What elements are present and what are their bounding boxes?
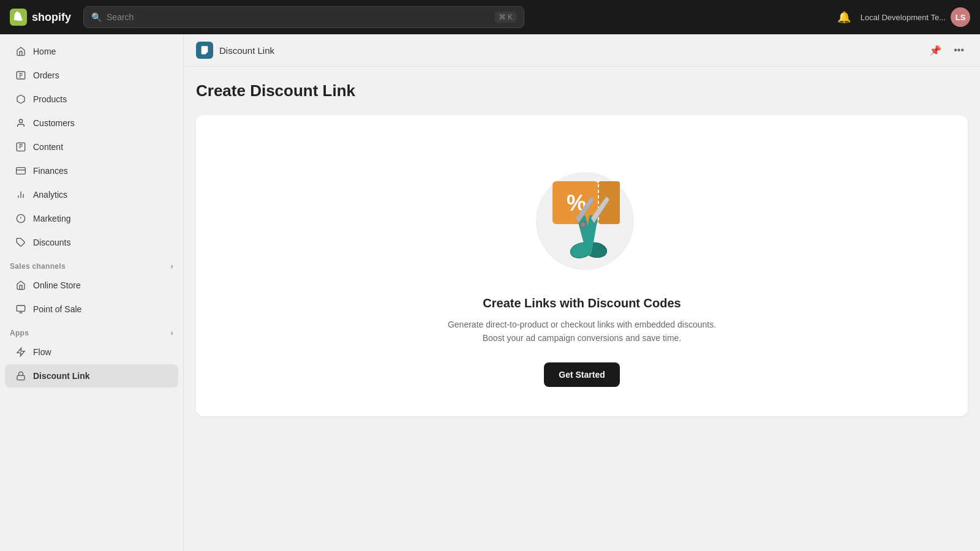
search-bar[interactable]: 🔍 ⌘ K [83, 6, 524, 28]
sidebar-item-customers[interactable]: Customers [5, 111, 178, 135]
sidebar-item-finances[interactable]: Finances [5, 159, 178, 182]
point-of-sale-icon [15, 303, 27, 315]
sidebar-item-marketing[interactable]: Marketing [5, 207, 178, 230]
logo-text: shopify [32, 11, 71, 24]
sidebar-item-online-store[interactable]: Online Store [5, 274, 178, 297]
svg-rect-18 [20, 285, 22, 290]
discount-illustration: % [521, 144, 643, 279]
svg-rect-23 [17, 375, 24, 380]
sidebar-label-products: Products [33, 94, 67, 104]
marketing-icon [15, 212, 27, 225]
sales-channels-section: Sales channels › [0, 255, 183, 273]
sidebar-label-flow: Flow [33, 347, 51, 357]
avatar: LS [951, 7, 970, 27]
apps-section: Apps › [0, 321, 183, 340]
home-icon [15, 45, 27, 58]
chevron-right-icon: › [171, 262, 173, 271]
shopify-logo-icon [10, 9, 27, 26]
logo[interactable]: shopify [10, 9, 71, 26]
pin-button[interactable]: 📌 [925, 42, 945, 59]
topnav: shopify 🔍 ⌘ K 🔔 Local Development Te... … [0, 0, 980, 34]
sidebar-item-orders[interactable]: Orders [5, 64, 178, 87]
sidebar-label-orders: Orders [33, 70, 59, 80]
sidebar-label-marketing: Marketing [33, 214, 70, 223]
store-name: Local Development Te... [861, 13, 946, 22]
svg-rect-9 [17, 168, 26, 174]
orders-icon [15, 69, 27, 81]
sidebar-item-flow[interactable]: Flow [5, 340, 178, 364]
sidebar-label-customers: Customers [33, 118, 75, 128]
discounts-icon [15, 236, 27, 249]
breadcrumb-actions: 📌 ••• [925, 42, 968, 59]
breadcrumb-left: Discount Link [196, 42, 274, 59]
svg-rect-27 [598, 181, 620, 224]
analytics-icon [15, 189, 27, 201]
main-layout: Home Orders Products Customers Content [0, 34, 980, 551]
sales-channels-label: Sales channels [10, 262, 66, 271]
sidebar-item-content[interactable]: Content [5, 135, 178, 159]
sidebar-label-point-of-sale: Point of Sale [33, 304, 81, 314]
main-card: % [196, 115, 968, 416]
online-store-icon [15, 279, 27, 291]
sidebar-item-point-of-sale[interactable]: Point of Sale [5, 298, 178, 321]
sidebar-label-analytics: Analytics [33, 190, 67, 200]
apps-label: Apps [10, 329, 29, 337]
get-started-button[interactable]: Get Started [544, 362, 619, 387]
sidebar-label-discounts: Discounts [33, 238, 70, 247]
sidebar-item-products[interactable]: Products [5, 88, 178, 111]
apps-chevron-icon: › [171, 329, 173, 337]
svg-point-4 [19, 119, 22, 122]
search-shortcut: ⌘ K [495, 12, 516, 23]
card-description: Generate direct-to-product or checkout l… [447, 318, 717, 345]
breadcrumb-bar: Discount Link 📌 ••• [184, 34, 980, 67]
discount-link-icon [15, 370, 27, 382]
search-icon: 🔍 [91, 12, 102, 22]
content-icon [15, 141, 27, 153]
sidebar: Home Orders Products Customers Content [0, 34, 184, 551]
store-selector[interactable]: Local Development Te... LS [861, 7, 970, 27]
sidebar-item-home[interactable]: Home [5, 40, 178, 63]
breadcrumb-title: Discount Link [219, 45, 274, 56]
search-input[interactable] [107, 12, 490, 22]
sidebar-label-home: Home [33, 47, 56, 56]
breadcrumb-icon [196, 42, 213, 59]
notifications-button[interactable]: 🔔 [835, 8, 853, 26]
svg-marker-22 [17, 348, 24, 356]
nav-right: 🔔 Local Development Te... LS [835, 7, 970, 27]
finances-icon [15, 165, 27, 177]
card-title: Create Links with Discount Codes [483, 296, 680, 310]
main-content: Discount Link 📌 ••• Create Discount Link [184, 34, 980, 551]
page-content: Create Discount Link % [184, 67, 980, 431]
sidebar-label-content: Content [33, 142, 63, 152]
sidebar-item-analytics[interactable]: Analytics [5, 183, 178, 206]
sidebar-item-discount-link[interactable]: Discount Link [5, 364, 178, 388]
products-icon [15, 93, 27, 105]
svg-rect-5 [17, 143, 24, 151]
sidebar-label-discount-link: Discount Link [33, 371, 90, 381]
sidebar-label-finances: Finances [33, 166, 68, 176]
page-title: Create Discount Link [196, 81, 968, 100]
sidebar-item-discounts[interactable]: Discounts [5, 231, 178, 254]
svg-rect-19 [17, 305, 24, 311]
customers-icon [15, 117, 27, 129]
more-options-button[interactable]: ••• [950, 42, 968, 58]
flow-icon [15, 346, 27, 358]
sidebar-label-online-store: Online Store [33, 280, 81, 290]
